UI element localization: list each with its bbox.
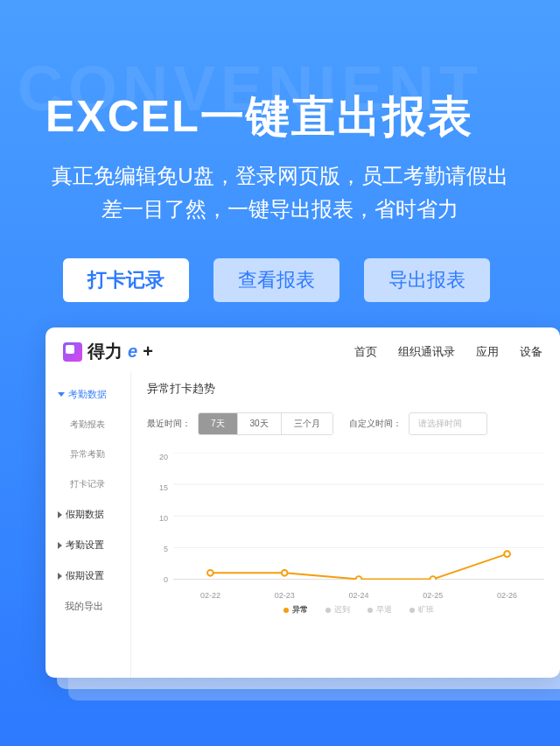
legend-late[interactable]: 迟到 — [326, 604, 350, 616]
logo-icon — [63, 342, 82, 362]
line-chart: 20 15 10 5 0 — [147, 453, 544, 610]
sidebar-item-punch-record[interactable]: 打卡记录 — [46, 469, 130, 499]
svg-point-8 — [430, 576, 436, 579]
sidebar-item-label: 假期设置 — [66, 569, 104, 582]
y-tick: 20 — [147, 453, 168, 461]
svg-point-5 — [207, 570, 214, 576]
chevron-right-icon — [58, 573, 62, 580]
chevron-down-icon — [58, 392, 65, 397]
sidebar-item-attendance-data[interactable]: 考勤数据 — [46, 379, 130, 410]
logo-plus: + — [143, 341, 153, 362]
app-header: 得力 e + 首页 组织通讯录 应用 设备 — [46, 327, 560, 372]
date-picker[interactable]: 请选择时间 — [409, 412, 487, 435]
time-segment: 7天 30天 三个月 — [198, 412, 333, 435]
plot-area — [173, 453, 544, 580]
legend-early[interactable]: 早退 — [368, 604, 392, 616]
y-axis: 20 15 10 5 0 — [147, 453, 168, 584]
custom-time-label: 自定义时间： — [349, 418, 402, 430]
main-panel: 异常打卡趋势 最近时间： 7天 30天 三个月 自定义时间： 请选择时间 20 … — [131, 372, 560, 678]
recent-label: 最近时间： — [147, 418, 191, 430]
hero-subtitle: 真正免编辑免U盘，登录网页版，员工考勤请假出差一目了然，一键导出报表，省时省力 — [47, 159, 513, 227]
tab-export-report[interactable]: 导出报表 — [364, 258, 490, 302]
y-tick: 10 — [147, 514, 168, 523]
sidebar-item-attendance-report[interactable]: 考勤报表 — [46, 410, 130, 440]
legend-abnormal[interactable]: 异常 — [284, 604, 308, 616]
seg-30days[interactable]: 30天 — [238, 413, 282, 434]
seg-3months[interactable]: 三个月 — [282, 413, 332, 434]
nav-devices[interactable]: 设备 — [520, 344, 542, 360]
sidebar-item-abnormal[interactable]: 异常考勤 — [46, 440, 130, 469]
app-logo[interactable]: 得力 e + — [63, 340, 153, 363]
legend-absent[interactable]: 旷班 — [410, 604, 434, 616]
sidebar-item-label: 考勤数据 — [68, 388, 107, 401]
x-tick: 02-23 — [275, 591, 295, 600]
x-tick: 02-22 — [200, 591, 220, 600]
y-tick: 15 — [147, 483, 168, 492]
app-body: 考勤数据 考勤报表 异常考勤 打卡记录 假期数据 考勤设置 假期设置 我的导出 — [46, 372, 560, 678]
hero-title: EXCEL一键直出报表 — [46, 88, 473, 146]
logo-text: 得力 — [88, 340, 122, 363]
nav-home[interactable]: 首页 — [354, 344, 377, 360]
chevron-right-icon — [58, 511, 62, 518]
svg-point-6 — [282, 570, 288, 576]
nav-contacts[interactable]: 组织通讯录 — [398, 344, 455, 360]
feature-tabs: 打卡记录 查看报表 导出报表 — [63, 258, 516, 302]
sidebar-item-attendance-settings[interactable]: 考勤设置 — [46, 530, 130, 560]
chevron-right-icon — [58, 542, 62, 549]
sidebar-item-vacation-data[interactable]: 假期数据 — [46, 499, 130, 530]
sidebar-item-vacation-settings[interactable]: 假期设置 — [46, 560, 130, 591]
logo-e: e — [128, 341, 137, 362]
chart-legend: 异常 迟到 早退 旷班 — [173, 604, 544, 616]
sidebar-item-label: 考勤设置 — [66, 538, 104, 552]
y-tick: 5 — [147, 545, 168, 553]
app-card: 得力 e + 首页 组织通讯录 应用 设备 考勤数据 考勤报表 异常考勤 打卡记… — [46, 327, 560, 678]
y-tick: 0 — [147, 575, 168, 584]
tab-attendance-record[interactable]: 打卡记录 — [63, 258, 189, 302]
top-nav: 首页 组织通讯录 应用 设备 — [354, 344, 542, 360]
x-tick: 02-25 — [423, 591, 443, 600]
nav-apps[interactable]: 应用 — [476, 344, 499, 360]
app-card-stack: 得力 e + 首页 组织通讯录 应用 设备 考勤数据 考勤报表 异常考勤 打卡记… — [46, 327, 560, 678]
sidebar-item-label: 假期数据 — [66, 508, 104, 521]
svg-point-7 — [356, 576, 362, 579]
svg-point-9 — [504, 551, 510, 557]
chart-title: 异常打卡趋势 — [147, 381, 544, 397]
x-tick: 02-26 — [497, 591, 517, 600]
filter-row: 最近时间： 7天 30天 三个月 自定义时间： 请选择时间 — [147, 412, 544, 435]
seg-7days[interactable]: 7天 — [199, 413, 238, 434]
sidebar: 考勤数据 考勤报表 异常考勤 打卡记录 假期数据 考勤设置 假期设置 我的导出 — [46, 372, 131, 678]
tab-view-report[interactable]: 查看报表 — [214, 258, 340, 302]
x-axis: 02-22 02-23 02-24 02-25 02-26 — [173, 591, 544, 600]
sidebar-item-my-exports[interactable]: 我的导出 — [46, 591, 130, 622]
x-tick: 02-24 — [348, 591, 368, 600]
